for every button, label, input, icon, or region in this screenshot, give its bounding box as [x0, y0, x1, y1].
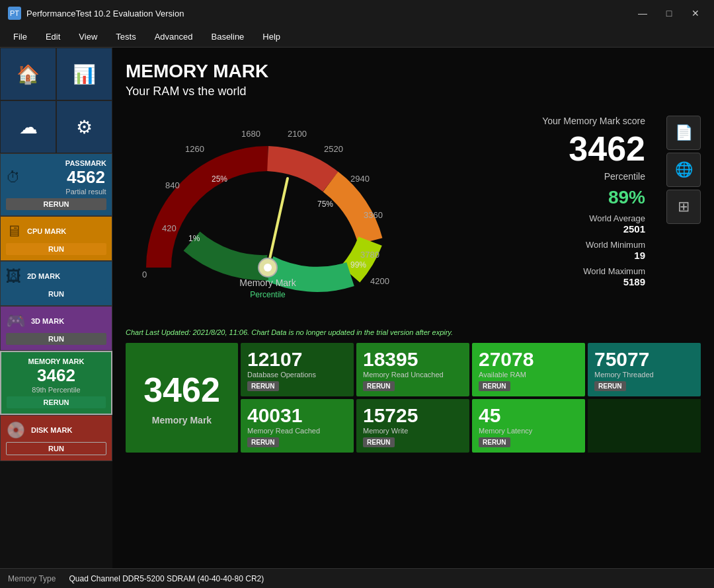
sidebar-cloud-button[interactable]: ☁	[0, 100, 56, 153]
mem-read-cached-rerun-button[interactable]: RERUN	[247, 437, 279, 447]
maximize-button[interactable]: □	[658, 4, 680, 22]
main-score-cell: 3462 Memory Mark	[126, 343, 238, 453]
world-min-label: World Minimum	[423, 240, 645, 250]
mem-latency-value: 45	[479, 404, 578, 427]
memory-rerun-button[interactable]: RERUN	[7, 396, 106, 408]
svg-text:420: 420	[162, 223, 177, 233]
sidebar-card-2d[interactable]: 🖼 2D MARK RUN	[0, 261, 112, 306]
web-button[interactable]: 🌐	[666, 153, 701, 187]
menu-help[interactable]: Help	[255, 29, 288, 44]
mem-threaded-value: 75077	[594, 348, 694, 371]
menu-tests[interactable]: Tests	[108, 29, 143, 44]
disk-title: DISK MARK	[31, 426, 72, 434]
menu-file[interactable]: File	[5, 29, 35, 44]
db-ops-label: Database Operations	[247, 371, 347, 379]
svg-text:2520: 2520	[324, 144, 343, 154]
cpu-icon: 🖥	[6, 222, 22, 240]
avail-ram-label: Available RAM	[479, 371, 578, 379]
result-mem-read-uncached[interactable]: 18395 Memory Read Uncached RERUN	[356, 343, 469, 396]
percentile-value: 89%	[423, 187, 645, 208]
menu-advanced[interactable]: Advanced	[147, 29, 201, 44]
sidebar-gear-button[interactable]: ⚙	[56, 100, 112, 153]
result-db-ops[interactable]: 12107 Database Operations RERUN	[241, 343, 354, 396]
result-mem-latency[interactable]: 45 Memory Latency RERUN	[472, 399, 585, 453]
svg-text:4200: 4200	[370, 276, 389, 286]
cpu-run-button[interactable]: RUN	[6, 243, 106, 255]
mem-latency-label: Memory Latency	[479, 427, 578, 435]
sidebar-info-button[interactable]: 📊	[56, 48, 112, 100]
2d-run-button[interactable]: RUN	[6, 288, 106, 300]
chart-button[interactable]: 📄	[666, 116, 701, 150]
menu-view[interactable]: View	[71, 29, 105, 44]
avail-ram-value: 27078	[479, 348, 578, 371]
mem-threaded-label: Memory Threaded	[594, 371, 694, 379]
home-icon: 🏠	[17, 63, 40, 85]
memory-type-label: Memory Type	[8, 574, 56, 583]
minimize-button[interactable]: —	[632, 4, 653, 22]
mem-latency-rerun-button[interactable]: RERUN	[479, 437, 510, 447]
svg-line-0	[268, 178, 288, 268]
sidebar-card-disk[interactable]: 💿 DISK MARK RUN	[0, 415, 112, 461]
sidebar-card-3d[interactable]: 🎮 3D MARK RUN	[0, 306, 112, 351]
app-icon: PT	[8, 7, 21, 20]
mem-read-uncached-rerun-button[interactable]: RERUN	[363, 381, 395, 391]
mem-read-uncached-value: 18395	[363, 348, 463, 371]
sidebar-nav-row: 🏠 📊	[0, 48, 112, 100]
db-ops-value: 12107	[247, 348, 347, 371]
passmark-rerun-button[interactable]: RERUN	[6, 198, 106, 210]
result-mem-read-cached[interactable]: 40031 Memory Read Cached RERUN	[241, 399, 354, 453]
3d-run-button[interactable]: RUN	[6, 333, 106, 345]
gauge-svg: 0 420 840 1260 1680 2100 2520 2940 3360 …	[126, 109, 410, 307]
world-max-row: World Maximum 5189	[423, 266, 645, 287]
sidebar-home-button[interactable]: 🏠	[0, 48, 56, 100]
result-avail-ram[interactable]: 27078 Available RAM RERUN	[472, 343, 585, 396]
passmark-icon: ⏱	[6, 169, 20, 186]
passmark-title: PASSMARK	[65, 159, 106, 167]
mem-threaded-rerun-button[interactable]: RERUN	[594, 381, 626, 391]
close-button[interactable]: ✕	[685, 4, 706, 22]
world-min-row: World Minimum 19	[423, 240, 645, 261]
db-ops-rerun-button[interactable]: RERUN	[247, 381, 279, 391]
cpu-title: CPU MARK	[27, 227, 66, 235]
passmark-value: 4562	[65, 167, 106, 188]
gauge-container: 0 420 840 1260 1680 2100 2520 2940 3360 …	[126, 109, 410, 320]
svg-text:99%: 99%	[350, 260, 366, 270]
menu-baseline[interactable]: Baseline	[203, 29, 252, 44]
result-mem-write[interactable]: 15725 Memory Write RERUN	[356, 399, 469, 453]
score-value: 3462	[423, 131, 645, 166]
sidebar-card-memory[interactable]: MEMORY MARK 3462 89th Percentile RERUN	[0, 351, 112, 415]
svg-text:1260: 1260	[185, 144, 204, 154]
disk-run-button[interactable]: RUN	[6, 442, 106, 455]
world-max-label: World Maximum	[423, 266, 645, 276]
content-area: MEMORY MARK Your RAM vs the world	[112, 48, 714, 568]
svg-text:75%: 75%	[317, 200, 333, 209]
page-subtitle: Your RAM vs the world	[126, 85, 701, 98]
sidebar-card-cpu[interactable]: 🖥 CPU MARK RUN	[0, 216, 112, 261]
memory-subtitle: 89th Percentile	[7, 386, 106, 394]
document-icon: 📄	[675, 124, 693, 141]
main-score-value: 3462	[143, 370, 220, 410]
sidebar-util-row: ☁ ⚙	[0, 100, 112, 153]
title-bar: PT PerformanceTest 10.2 Evaluation Versi…	[0, 0, 714, 26]
results-grid: 3462 Memory Mark 12107 Database Operatio…	[126, 343, 701, 453]
score-label: Your Memory Mark score	[423, 116, 645, 126]
3d-title: 3D MARK	[31, 317, 64, 325]
svg-text:1%: 1%	[188, 234, 200, 243]
mem-read-cached-label: Memory Read Cached	[247, 427, 347, 435]
svg-text:Memory Mark: Memory Mark	[239, 277, 297, 288]
mem-write-rerun-button[interactable]: RERUN	[363, 437, 395, 447]
avail-ram-rerun-button[interactable]: RERUN	[479, 381, 510, 391]
percentile-label: Percentile	[423, 171, 645, 182]
result-mem-threaded[interactable]: 75077 Memory Threaded RERUN	[588, 343, 701, 396]
svg-text:0: 0	[142, 270, 147, 279]
sidebar-card-passmark[interactable]: ⏱ PASSMARK 4562 Partial result RERUN	[0, 153, 112, 216]
memory-title: MEMORY MARK	[7, 357, 106, 365]
menu-edit[interactable]: Edit	[38, 29, 68, 44]
app-title: PerformanceTest 10.2 Evaluation Version	[26, 9, 632, 18]
mem-read-cached-value: 40031	[247, 404, 347, 427]
world-max-value: 5189	[423, 276, 645, 287]
compare-button[interactable]: ⊞	[666, 190, 701, 224]
passmark-subtitle: Partial result	[65, 188, 106, 196]
world-average-row: World Average 2501	[423, 213, 645, 235]
disk-icon: 💿	[6, 421, 26, 439]
